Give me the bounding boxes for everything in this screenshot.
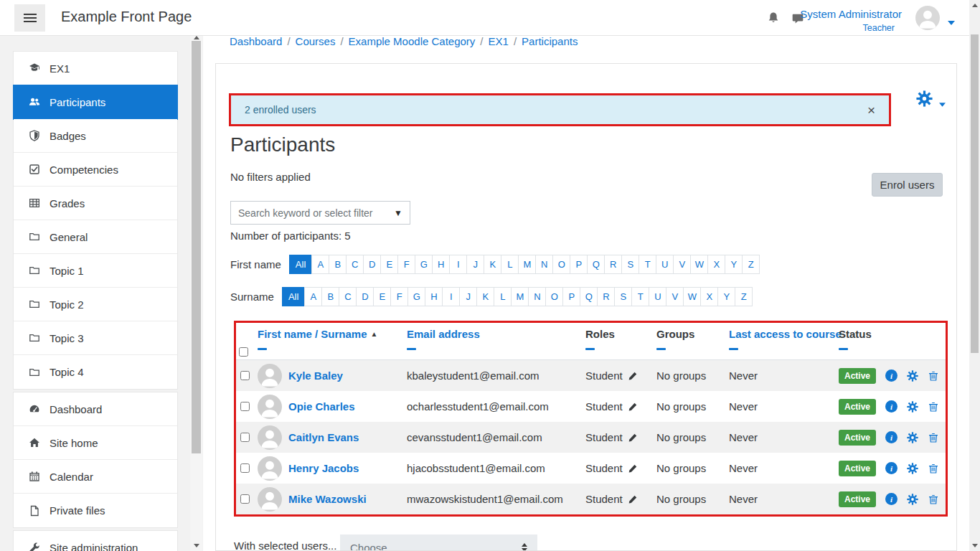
sidebar-item-ex1[interactable]: EX1	[14, 52, 177, 85]
firstname-filter-letter-n[interactable]: N	[535, 255, 553, 274]
alert-close-icon[interactable]: ×	[867, 103, 875, 117]
firstname-filter-letter-l[interactable]: L	[501, 255, 519, 274]
enrolment-info-icon[interactable]: i	[885, 400, 897, 413]
enrol-users-button[interactable]: Enrol users	[872, 173, 943, 197]
sidebar-item-site-home[interactable]: Site home	[14, 426, 177, 460]
firstname-filter-letter-r[interactable]: R	[604, 255, 622, 274]
edit-roles-pencil-icon[interactable]	[628, 494, 638, 504]
surname-filter-letter-s[interactable]: S	[614, 287, 632, 306]
surname-filter-letter-e[interactable]: E	[373, 287, 391, 306]
search-filter-input[interactable]	[238, 207, 390, 219]
edit-roles-pencil-icon[interactable]	[628, 402, 638, 412]
hide-status-column-icon[interactable]	[839, 348, 848, 350]
firstname-filter-letter-u[interactable]: U	[656, 255, 674, 274]
sidebar-item-site-administration[interactable]: Site administration	[14, 531, 177, 551]
surname-filter-letter-y[interactable]: Y	[717, 287, 735, 306]
surname-filter-letter-w[interactable]: W	[683, 287, 701, 306]
hide-name-column-icon[interactable]	[258, 348, 267, 350]
row-checkbox[interactable]	[240, 371, 250, 380]
surname-filter-letter-i[interactable]: I	[442, 287, 460, 306]
row-checkbox[interactable]	[240, 463, 250, 473]
unenrol-trash-icon[interactable]	[928, 401, 939, 413]
surname-filter-letter-m[interactable]: M	[511, 287, 529, 306]
firstname-filter-letter-c[interactable]: C	[346, 255, 364, 274]
sidebar-item-grades[interactable]: Grades	[14, 187, 177, 220]
firstname-filter-letter-x[interactable]: X	[707, 255, 725, 274]
participant-name-link[interactable]: Opie Charles	[288, 400, 355, 413]
surname-filter-letter-g[interactable]: G	[407, 287, 425, 306]
firstname-filter-letter-d[interactable]: D	[363, 255, 381, 274]
surname-filter-letter-o[interactable]: O	[545, 287, 563, 306]
enrolment-edit-gear-icon[interactable]	[907, 494, 918, 505]
firstname-filter-letter-k[interactable]: K	[484, 255, 501, 274]
firstname-filter-letter-v[interactable]: V	[673, 255, 691, 274]
page-scroll-down-arrow-icon[interactable]	[972, 544, 978, 547]
surname-filter-letter-t[interactable]: T	[631, 287, 649, 306]
sidebar-item-topic-2[interactable]: Topic 2	[14, 288, 177, 321]
user-menu-caret-down-icon[interactable]	[948, 15, 955, 19]
surname-filter-letter-b[interactable]: B	[321, 287, 339, 306]
scroll-up-arrow-icon[interactable]	[194, 36, 199, 39]
page-scrollbar-thumb[interactable]	[971, 34, 979, 353]
enrolment-info-icon[interactable]: i	[885, 462, 897, 474]
firstname-filter-letter-b[interactable]: B	[329, 255, 347, 274]
firstname-filter-all[interactable]: All	[289, 255, 312, 274]
participant-name-link[interactable]: Mike Wazowski	[288, 493, 367, 505]
firstname-filter-letter-t[interactable]: T	[639, 255, 656, 274]
sidebar-item-topic-4[interactable]: Topic 4	[14, 355, 177, 389]
breadcrumb-link-courses[interactable]: Courses	[296, 35, 336, 47]
surname-filter-letter-x[interactable]: X	[700, 287, 718, 306]
breadcrumb-link-example-moodle-category[interactable]: Example Moodle Category	[349, 35, 476, 47]
enrolment-info-icon[interactable]: i	[885, 369, 897, 382]
surname-filter-letter-u[interactable]: U	[649, 287, 666, 306]
firstname-filter-letter-a[interactable]: A	[311, 255, 329, 274]
surname-filter-all[interactable]: All	[282, 287, 305, 306]
surname-filter-letter-k[interactable]: K	[476, 287, 494, 306]
surname-filter-letter-p[interactable]: P	[562, 287, 580, 306]
user-menu-link[interactable]: System Administrator	[800, 8, 902, 20]
page-scroll-up-arrow-icon[interactable]	[972, 4, 978, 7]
sidebar-item-participants[interactable]: Participants	[13, 85, 178, 120]
surname-filter-letter-q[interactable]: Q	[580, 287, 598, 306]
enrolment-edit-gear-icon[interactable]	[907, 432, 918, 443]
sidebar-scrollbar-thumb[interactable]	[192, 41, 201, 453]
surname-filter-letter-f[interactable]: F	[390, 287, 408, 306]
scroll-down-arrow-icon[interactable]	[194, 544, 199, 547]
breadcrumb-link-dashboard[interactable]: Dashboard	[230, 35, 282, 47]
sort-by-last-access-link[interactable]: Last access to course	[729, 328, 842, 340]
menu-hamburger-button[interactable]	[14, 4, 45, 32]
surname-filter-letter-h[interactable]: H	[425, 287, 443, 306]
firstname-filter-letter-j[interactable]: J	[466, 255, 484, 274]
firstname-filter-letter-h[interactable]: H	[432, 255, 450, 274]
surname-filter-letter-v[interactable]: V	[666, 287, 684, 306]
firstname-filter-letter-e[interactable]: E	[380, 255, 398, 274]
firstname-filter-letter-m[interactable]: M	[518, 255, 536, 274]
hide-roles-column-icon[interactable]	[585, 348, 595, 350]
firstname-filter-letter-i[interactable]: I	[449, 255, 467, 274]
firstname-filter-letter-p[interactable]: P	[570, 255, 588, 274]
sidebar-item-private-files[interactable]: Private files	[14, 494, 177, 527]
unenrol-trash-icon[interactable]	[928, 432, 939, 443]
sort-by-name-link[interactable]: First name / Surname▲	[258, 328, 377, 340]
surname-filter-letter-j[interactable]: J	[459, 287, 477, 306]
sidebar-item-topic-3[interactable]: Topic 3	[14, 321, 177, 355]
row-checkbox[interactable]	[240, 402, 250, 411]
participant-name-link[interactable]: Kyle Baley	[288, 369, 343, 382]
surname-filter-letter-r[interactable]: R	[597, 287, 615, 306]
firstname-filter-letter-s[interactable]: S	[621, 255, 639, 274]
select-all-checkbox[interactable]	[239, 347, 248, 357]
row-checkbox[interactable]	[240, 433, 250, 442]
sidebar-item-topic-1[interactable]: Topic 1	[14, 254, 177, 288]
breadcrumb-link-participants[interactable]: Participants	[522, 35, 578, 47]
firstname-filter-letter-f[interactable]: F	[397, 255, 415, 274]
unenrol-trash-icon[interactable]	[928, 370, 939, 382]
row-checkbox[interactable]	[240, 494, 250, 504]
breadcrumb-link-ex1[interactable]: EX1	[489, 35, 509, 47]
sort-by-email-link[interactable]: Email address	[407, 328, 480, 340]
sidebar-item-general[interactable]: General	[14, 220, 177, 254]
firstname-filter-letter-z[interactable]: Z	[742, 255, 760, 274]
hide-groups-column-icon[interactable]	[656, 348, 666, 350]
unenrol-trash-icon[interactable]	[928, 494, 939, 505]
filter-caret-down-icon[interactable]: ▼	[394, 208, 402, 218]
participant-name-link[interactable]: Henry Jacobs	[288, 462, 359, 474]
